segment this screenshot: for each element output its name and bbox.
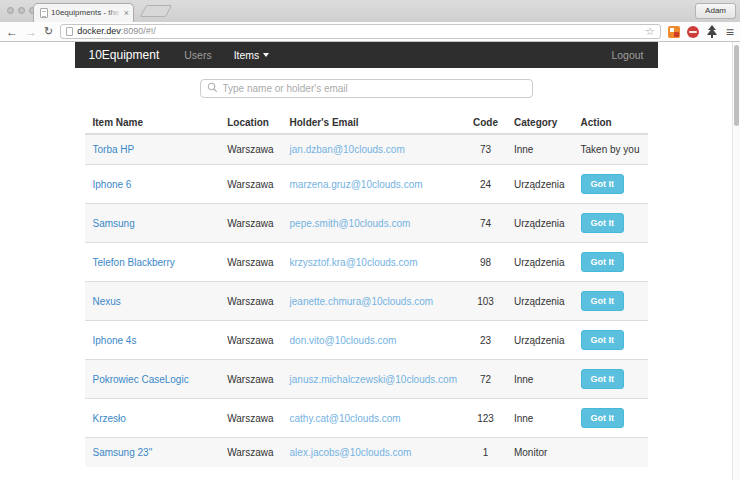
window-controls: [7, 7, 36, 14]
item-name-link[interactable]: Pokrowiec CaseLogic: [93, 374, 189, 385]
table-row: Krzesło Warszawa cathy.cat@10clouds.com …: [85, 399, 648, 438]
got-it-button[interactable]: Got It: [581, 213, 625, 233]
item-name-link[interactable]: Torba HP: [93, 144, 135, 155]
code-cell: 103: [465, 282, 506, 321]
address-bar[interactable]: docker.dev:8090/#!/ ☆: [60, 24, 661, 39]
location-cell: Warszawa: [219, 243, 281, 282]
category-cell: Inne: [506, 360, 573, 399]
location-cell: Warszawa: [219, 282, 281, 321]
search-box: [200, 78, 533, 98]
window-close-button[interactable]: [7, 7, 14, 14]
reload-icon[interactable]: ↻: [44, 26, 53, 37]
browser-profile-button[interactable]: Adam: [695, 3, 736, 19]
browser-tab[interactable]: 10equipments - the best s ×: [33, 3, 134, 22]
extension-tree-icon[interactable]: [706, 25, 719, 38]
holder-email-link[interactable]: alex.jacobs@10clouds.com: [290, 447, 412, 458]
category-cell: Inne: [506, 134, 573, 165]
app-navbar: 10Equipment UsersItems Logout: [75, 42, 658, 68]
items-table: Item NameLocationHolder's EmailCodeCateg…: [85, 111, 648, 467]
search-input[interactable]: [200, 79, 533, 98]
item-name-link[interactable]: Nexus: [93, 296, 121, 307]
item-name-link[interactable]: Krzesło: [93, 413, 126, 424]
table-row: Torba HP Warszawa jan.dzban@10clouds.com…: [85, 134, 648, 165]
category-cell: Urządzenia: [506, 243, 573, 282]
item-name-link[interactable]: Samsung: [93, 218, 135, 229]
code-cell: 123: [465, 399, 506, 438]
code-cell: 23: [465, 321, 506, 360]
action-cell: Got It: [573, 243, 648, 282]
item-name-link[interactable]: Iphone 4s: [93, 335, 137, 346]
extension-adblock-icon[interactable]: [687, 26, 699, 38]
page-scrollbar[interactable]: [732, 42, 740, 480]
extension-orange-icon[interactable]: [668, 26, 680, 38]
holder-email-link[interactable]: jeanette.chmura@10clouds.com: [290, 296, 434, 307]
item-name-link[interactable]: Samsung 23": [93, 447, 153, 458]
code-cell: 1: [465, 438, 506, 468]
holder-email-link[interactable]: krzysztof.kra@10clouds.com: [290, 257, 418, 268]
table-row: Iphone 6 Warszawa marzena.gruz@10clouds.…: [85, 165, 648, 204]
bookmark-star-icon[interactable]: ☆: [645, 26, 655, 37]
action-cell: Got It: [573, 282, 648, 321]
action-cell: Taken by you: [573, 134, 648, 165]
got-it-button[interactable]: Got It: [581, 408, 625, 428]
url-host: docker.dev: [77, 26, 121, 36]
location-cell: Warszawa: [219, 321, 281, 360]
item-name-link[interactable]: Iphone 6: [93, 179, 132, 190]
scrollbar-thumb[interactable]: [734, 45, 739, 126]
tab-favicon-icon: [40, 8, 48, 18]
column-header-location: Location: [219, 111, 281, 134]
new-tab-button[interactable]: [140, 5, 172, 17]
nav-item-items[interactable]: Items: [223, 42, 281, 68]
category-cell: Urządzenia: [506, 321, 573, 360]
category-cell: Urządzenia: [506, 204, 573, 243]
action-cell: Got It: [573, 204, 648, 243]
tab-close-icon[interactable]: ×: [124, 9, 129, 18]
page-icon: [66, 27, 73, 36]
table-row: Telefon Blackberry Warszawa krzysztof.kr…: [85, 243, 648, 282]
url-path: :8090/#!/: [121, 26, 156, 36]
column-header-code: Code: [465, 111, 506, 134]
nav-item-users[interactable]: Users: [173, 42, 222, 68]
holder-email-link[interactable]: marzena.gruz@10clouds.com: [290, 179, 423, 190]
got-it-button[interactable]: Got It: [581, 330, 625, 350]
category-cell: Urządzenia: [506, 165, 573, 204]
column-header-action: Action: [573, 111, 648, 134]
web-page: 10Equipment UsersItems Logout: [0, 42, 740, 480]
holder-email-link[interactable]: don.vito@10clouds.com: [290, 335, 397, 346]
action-cell: Got It: [573, 165, 648, 204]
got-it-button[interactable]: Got It: [581, 369, 625, 389]
column-header-holder-s-email: Holder's Email: [282, 111, 465, 134]
holder-email-link[interactable]: jan.dzban@10clouds.com: [290, 144, 405, 155]
code-cell: 73: [465, 134, 506, 165]
back-icon[interactable]: ←: [6, 26, 18, 38]
action-cell: Got It: [573, 321, 648, 360]
tab-title: 10equipments - the best s: [51, 8, 121, 18]
browser-toolbar: ← → ↻ docker.dev:8090/#!/ ☆ ≡: [0, 22, 740, 42]
window-minimize-button[interactable]: [18, 7, 25, 14]
table-row: Nexus Warszawa jeanette.chmura@10clouds.…: [85, 282, 648, 321]
app-nav: UsersItems: [173, 42, 280, 68]
holder-email-link[interactable]: janusz.michalczewski@10clouds.com: [290, 374, 457, 385]
table-row: Samsung Warszawa pepe.smith@10clouds.com…: [85, 204, 648, 243]
app-brand[interactable]: 10Equipment: [75, 48, 174, 62]
code-cell: 74: [465, 204, 506, 243]
code-cell: 24: [465, 165, 506, 204]
location-cell: Warszawa: [219, 134, 281, 165]
table-header-row: Item NameLocationHolder's EmailCodeCateg…: [85, 111, 648, 134]
table-row: Samsung 23" Warszawa alex.jacobs@10cloud…: [85, 438, 648, 468]
category-cell: Monitor: [506, 438, 573, 468]
forward-icon[interactable]: →: [25, 26, 37, 38]
browser-window: 10equipments - the best s × Adam ← → ↻ d…: [0, 0, 740, 480]
url-text: docker.dev:8090/#!/: [77, 27, 156, 36]
item-name-link[interactable]: Telefon Blackberry: [93, 257, 175, 268]
holder-email-link[interactable]: cathy.cat@10clouds.com: [290, 413, 401, 424]
action-cell: Got It: [573, 399, 648, 438]
chrome-menu-icon[interactable]: ≡: [726, 25, 734, 39]
logout-link[interactable]: Logout: [597, 49, 657, 61]
category-cell: Inne: [506, 399, 573, 438]
got-it-button[interactable]: Got It: [581, 291, 625, 311]
got-it-button[interactable]: Got It: [581, 174, 625, 194]
got-it-button[interactable]: Got It: [581, 252, 625, 272]
category-cell: Urządzenia: [506, 282, 573, 321]
holder-email-link[interactable]: pepe.smith@10clouds.com: [290, 218, 411, 229]
